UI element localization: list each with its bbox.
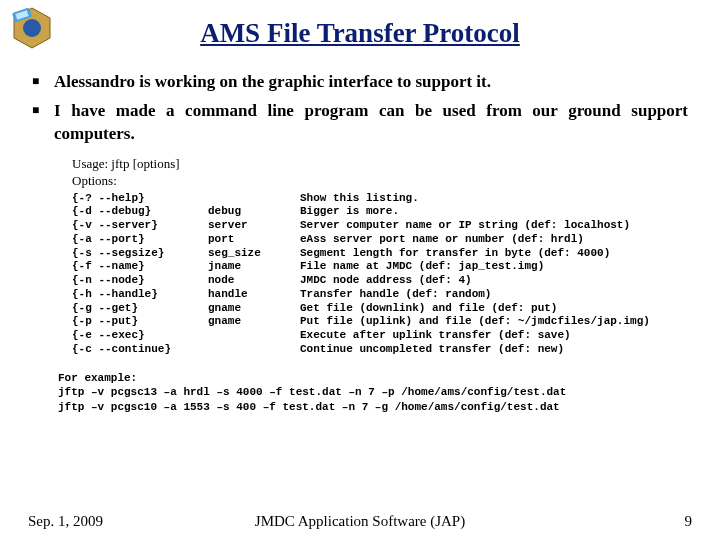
option-arg: port bbox=[208, 233, 300, 247]
option-row: {-p --put}gnamePut file (uplink) and fil… bbox=[72, 315, 658, 329]
option-row: {-c --continue}Continue uncompleted tran… bbox=[72, 343, 658, 357]
option-arg: debug bbox=[208, 205, 300, 219]
option-flag: {-f --name} bbox=[72, 260, 208, 274]
option-arg: server bbox=[208, 219, 300, 233]
option-arg: jname bbox=[208, 260, 300, 274]
options-label: Options: bbox=[72, 173, 692, 190]
option-arg bbox=[208, 329, 300, 343]
option-arg: gname bbox=[208, 302, 300, 316]
option-desc: eAss server port name or number (def: hr… bbox=[300, 233, 658, 247]
option-desc: Show this listing. bbox=[300, 192, 658, 206]
slide-title: AMS File Transfer Protocol bbox=[28, 18, 692, 49]
option-desc: Execute after uplink transfer (def: save… bbox=[300, 329, 658, 343]
option-desc: Bigger is more. bbox=[300, 205, 658, 219]
example-line: jftp –v pcgsc10 –a 1553 –s 400 –f test.d… bbox=[58, 400, 692, 415]
option-flag: {-d --debug} bbox=[72, 205, 208, 219]
option-flag: {-c --continue} bbox=[72, 343, 208, 357]
option-flag: {-g --get} bbox=[72, 302, 208, 316]
example-line: jftp –v pcgsc13 –a hrdl –s 4000 –f test.… bbox=[58, 385, 692, 400]
option-arg: node bbox=[208, 274, 300, 288]
option-arg: gname bbox=[208, 315, 300, 329]
option-desc: Put file (uplink) and file (def: ~/jmdcf… bbox=[300, 315, 658, 329]
option-desc: Transfer handle (def: random) bbox=[300, 288, 658, 302]
option-flag: {-a --port} bbox=[72, 233, 208, 247]
footer-page: 9 bbox=[685, 513, 693, 530]
option-flag: {-? --help} bbox=[72, 192, 208, 206]
option-row: {-f --name}jnameFile name at JMDC (def: … bbox=[72, 260, 658, 274]
bullet-item: Alessandro is working on the graphic int… bbox=[32, 71, 688, 94]
option-arg bbox=[208, 343, 300, 357]
usage-line: Usage: jftp [options] bbox=[72, 156, 692, 173]
bullet-list: Alessandro is working on the graphic int… bbox=[28, 71, 692, 146]
option-desc: Get file (downlink) and file (def: put) bbox=[300, 302, 658, 316]
usage-block: Usage: jftp [options] Options: {-? --hel… bbox=[72, 156, 692, 357]
options-table: {-? --help}Show this listing.{-d --debug… bbox=[72, 192, 658, 357]
option-desc: JMDC node address (def: 4) bbox=[300, 274, 658, 288]
ams-logo-icon bbox=[10, 6, 54, 50]
example-block: For example: jftp –v pcgsc13 –a hrdl –s … bbox=[58, 371, 692, 416]
option-desc: Server computer name or IP string (def: … bbox=[300, 219, 658, 233]
option-row: {-h --handle}handleTransfer handle (def:… bbox=[72, 288, 658, 302]
slide: AMS File Transfer Protocol Alessandro is… bbox=[0, 0, 720, 540]
footer-date: Sep. 1, 2009 bbox=[28, 513, 103, 530]
option-row: {-g --get}gnameGet file (downlink) and f… bbox=[72, 302, 658, 316]
option-flag: {-s --segsize} bbox=[72, 247, 208, 261]
option-row: {-d --debug}debugBigger is more. bbox=[72, 205, 658, 219]
option-row: {-e --exec}Execute after uplink transfer… bbox=[72, 329, 658, 343]
option-flag: {-n --node} bbox=[72, 274, 208, 288]
option-row: {-v --server}serverServer computer name … bbox=[72, 219, 658, 233]
example-label: For example: bbox=[58, 371, 692, 386]
option-row: {-s --segsize}seg_sizeSegment length for… bbox=[72, 247, 658, 261]
option-row: {-n --node}nodeJMDC node address (def: 4… bbox=[72, 274, 658, 288]
option-flag: {-v --server} bbox=[72, 219, 208, 233]
bullet-item: I have made a command line program can b… bbox=[32, 100, 688, 146]
option-flag: {-e --exec} bbox=[72, 329, 208, 343]
option-row: {-? --help}Show this listing. bbox=[72, 192, 658, 206]
option-arg: handle bbox=[208, 288, 300, 302]
slide-footer: Sep. 1, 2009 JMDC Application Software (… bbox=[0, 513, 720, 530]
option-desc: File name at JMDC (def: jap_test.img) bbox=[300, 260, 658, 274]
option-arg bbox=[208, 192, 300, 206]
option-flag: {-h --handle} bbox=[72, 288, 208, 302]
footer-title: JMDC Application Software (JAP) bbox=[0, 513, 720, 530]
option-row: {-a --port}porteAss server port name or … bbox=[72, 233, 658, 247]
option-flag: {-p --put} bbox=[72, 315, 208, 329]
option-arg: seg_size bbox=[208, 247, 300, 261]
option-desc: Segment length for transfer in byte (def… bbox=[300, 247, 658, 261]
svg-point-1 bbox=[23, 19, 41, 37]
option-desc: Continue uncompleted transfer (def: new) bbox=[300, 343, 658, 357]
